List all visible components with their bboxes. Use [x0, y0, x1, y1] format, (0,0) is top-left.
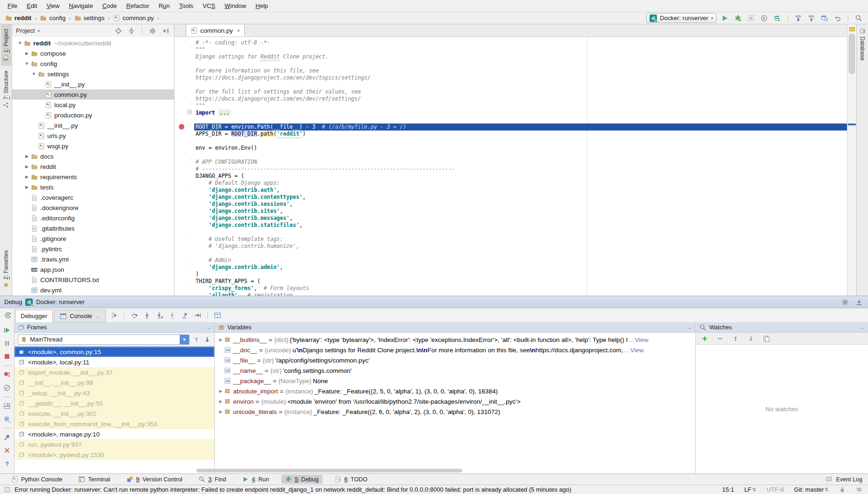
tree-item-common-py[interactable]: common.py	[12, 89, 174, 100]
variable-row[interactable]: 88__package__={NoneType}None	[215, 376, 695, 386]
toolwindow-button-debug[interactable]: 5: Debug	[281, 475, 322, 484]
variable-row[interactable]: ▶__builtins__={dict}{'bytearray': <type …	[215, 334, 695, 345]
view-link[interactable]: View	[635, 336, 650, 343]
stack-frame[interactable]: __init__, __init__.py:99	[15, 378, 214, 388]
variable-row[interactable]: ▶unicode_literals={instance}_Feature: _F…	[215, 407, 695, 417]
code-editor[interactable]: ˇˆ+ˇˆˇˇˇˆˇ # -*- coding: utf-8 -*-"""Dja…	[175, 37, 847, 296]
move-up-watch-button[interactable]	[731, 334, 740, 343]
tool-strip-tab-structure[interactable]: 7: Structure	[1, 66, 11, 113]
move-pane-icon[interactable]: →	[206, 325, 211, 330]
gutter-row[interactable]: ˇ	[175, 236, 194, 243]
menu-refactor[interactable]: Refactor	[122, 0, 154, 11]
vcs-commit-button[interactable]: VCS	[807, 14, 816, 23]
search-button[interactable]	[854, 14, 863, 23]
chevron-down-icon[interactable]: ▼	[16, 41, 24, 45]
variable-row[interactable]: 88__name__={str}'config.settings.common'	[215, 365, 695, 376]
coverage-button[interactable]	[746, 14, 756, 23]
gutter-row[interactable]	[175, 292, 194, 296]
stack-frame[interactable]: <module>, manage.py:10	[15, 429, 214, 439]
toolwindow-button-python-console[interactable]: Python Console	[7, 475, 66, 484]
tree-item-app-json[interactable]: JSONapp.json	[12, 264, 174, 275]
chevron-right-icon[interactable]: ▶	[23, 185, 31, 189]
tree-item--pylintrc[interactable]: .pylintrc	[12, 244, 174, 254]
variable-row[interactable]: ▶absolute_import={instance}_Feature: _Fe…	[215, 386, 695, 396]
add-watch-button[interactable]	[700, 334, 709, 343]
tree-item-CONTRIBUTORS-txt[interactable]: CONTRIBUTORS.txt	[12, 275, 174, 285]
editor-gutter[interactable]: ˇˆ+ˇˆˇˇˇˆˇ	[175, 37, 194, 296]
stack-frame[interactable]: __getattr__, __init__.py:55	[15, 398, 214, 408]
stop-button[interactable]	[2, 352, 12, 361]
gutter-row[interactable]: ˇ	[175, 187, 194, 194]
debug-bug-button[interactable]	[733, 14, 743, 23]
collapse-all-button[interactable]	[127, 26, 136, 36]
gutter-row[interactable]	[175, 271, 194, 278]
toolwindow-button-version-control[interactable]: 9: Version Control	[123, 475, 186, 484]
tree-item--dockerignore[interactable]: .dockerignore	[12, 203, 174, 213]
step-out-button[interactable]	[180, 311, 190, 320]
gutter-row[interactable]	[175, 131, 194, 138]
gutter-row[interactable]	[175, 95, 194, 102]
expander-icon[interactable]: ▶	[218, 399, 224, 404]
gutter-row[interactable]	[175, 138, 194, 145]
tool-strip-tab-favorites[interactable]: 2: Favorites	[1, 246, 11, 293]
gear-button[interactable]	[148, 26, 157, 36]
remove-watch-button[interactable]	[715, 334, 725, 343]
menu-help[interactable]: Help	[251, 0, 273, 11]
hector-icon[interactable]	[856, 487, 862, 493]
thread-selector[interactable]: MainThread ▼	[18, 334, 190, 345]
close-button[interactable]	[2, 446, 12, 455]
gutter-row[interactable]: ˇ	[175, 46, 194, 53]
variable-row[interactable]: 88__doc__={unicode}u'\nDjango settings f…	[215, 345, 695, 355]
commit-dialog-button[interactable]	[820, 14, 829, 23]
hide-down-button[interactable]	[854, 298, 864, 307]
toolwindow-button-todo[interactable]: 6: TODO	[331, 475, 372, 484]
view-link[interactable]: View	[630, 347, 645, 354]
menu-navigate[interactable]: Navigate	[64, 0, 97, 11]
scrollbar-thumb[interactable]	[849, 34, 855, 74]
gutter-row[interactable]	[175, 243, 194, 250]
stack-frame[interactable]: <module>, local.py:11	[15, 357, 214, 367]
background-task-icon[interactable]	[4, 486, 11, 493]
gutter-row[interactable]: ˇ	[175, 159, 194, 166]
event-log-button[interactable]: Event Log	[835, 475, 863, 484]
scrollbar-thumb[interactable]	[197, 469, 462, 472]
menu-view[interactable]: View	[42, 0, 64, 11]
gutter-row[interactable]	[175, 53, 194, 60]
vcs-update-button[interactable]: VCS	[794, 14, 803, 23]
breakpoint-icon[interactable]	[179, 124, 184, 130]
gutter-row[interactable]	[175, 74, 194, 81]
menu-code[interactable]: Code	[98, 0, 122, 11]
chevron-right-icon[interactable]: ▶	[23, 51, 31, 56]
breadcrumb-config[interactable]: config	[38, 14, 67, 22]
previous-frame-icon[interactable]	[193, 336, 200, 343]
help-button[interactable]: ?	[2, 459, 12, 468]
breadcrumb-settings[interactable]: settings	[73, 14, 106, 22]
run-configuration-select[interactable]: dj Docker: runserver ▾	[646, 13, 716, 23]
editor-tab-common-py[interactable]: common.py ×	[186, 24, 245, 36]
tool-strip-tab-project[interactable]: 1: Project	[1, 24, 11, 66]
tree-item-docs[interactable]: ▶docs	[12, 151, 174, 161]
profiler-button[interactable]	[759, 14, 769, 23]
gutter-row[interactable]	[175, 215, 194, 222]
gutter-row[interactable]	[175, 208, 194, 215]
close-tab-icon[interactable]: ×	[236, 27, 241, 34]
running-processes-button[interactable]	[773, 14, 782, 23]
tree-item--coveragerc[interactable]: .coveragerc	[12, 192, 174, 203]
step-over-button[interactable]	[130, 311, 139, 320]
stack-frame[interactable]: import_module, __init__.py:37	[15, 367, 214, 378]
next-frame-icon[interactable]	[204, 336, 211, 343]
step-into-button[interactable]	[142, 311, 152, 320]
chevron-down-icon[interactable]: ▾	[37, 29, 40, 33]
settings-button[interactable]	[2, 414, 12, 424]
gutter-row[interactable]	[175, 88, 194, 95]
toolwindow-button-terminal[interactable]: Terminal	[74, 475, 114, 484]
chevron-right-icon[interactable]: ▶	[23, 164, 31, 169]
move-pane-icon[interactable]: →	[860, 325, 865, 330]
gutter-row[interactable]	[175, 39, 194, 46]
debug-horizontal-scrollbar[interactable]	[27, 469, 691, 472]
gutter-row[interactable]: ˆ	[175, 264, 194, 271]
gutter-row[interactable]: ˆ	[175, 166, 194, 173]
editor-scroll-markers[interactable]	[847, 24, 856, 296]
chevron-down-icon[interactable]: ▼	[30, 72, 38, 76]
menu-tools[interactable]: Tools	[175, 0, 198, 11]
